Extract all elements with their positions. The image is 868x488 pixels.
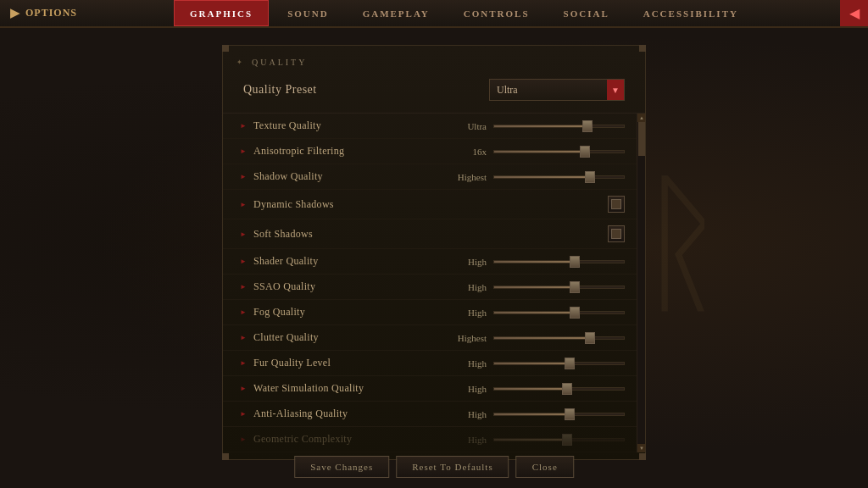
slider-track [493, 286, 625, 289]
back-button[interactable]: ◀ [840, 0, 868, 26]
select-arrow-icon: ▼ [607, 80, 624, 100]
slider-thumb[interactable] [565, 358, 575, 369]
nav-tabs: GRAPHICS SOUND GAMEPLAY CONTROLS SOCIAL … [87, 0, 840, 26]
slider-fill [494, 261, 575, 263]
chevron-icon: ► [240, 359, 247, 367]
tab-controls[interactable]: CONTROLS [448, 0, 545, 26]
settings-panel: ✦ QUALITY Quality Preset Ultra ▼ ► Textu… [222, 45, 646, 460]
slider-thumb[interactable] [585, 171, 595, 183]
slider-track [493, 311, 625, 314]
close-button[interactable]: Close [516, 456, 574, 478]
slider-fill [494, 312, 575, 313]
setting-row-clutter-quality: ► Clutter Quality Highest [223, 325, 645, 351]
setting-value: High [444, 257, 487, 267]
setting-name: Clutter Quality [253, 331, 437, 344]
slider-shader-quality[interactable] [493, 258, 625, 265]
scrollbar-up-arrow[interactable]: ▲ [637, 114, 645, 122]
setting-name: Water Simulation Quality [253, 382, 437, 395]
back-icon: ◀ [849, 5, 860, 21]
slider-thumb[interactable] [570, 307, 580, 319]
slider-track [493, 336, 625, 340]
slider-texture-quality[interactable] [493, 123, 625, 130]
chevron-icon: ► [240, 230, 247, 238]
settings-scroll: ► Texture Quality Ultra ► Anisotropic Fi… [223, 114, 645, 452]
setting-row-shadow-quality: ► Shadow Quality Highest [223, 164, 645, 190]
chevron-icon: ► [240, 173, 247, 180]
tab-gameplay[interactable]: GAMEPLAY [348, 0, 445, 26]
setting-row-geometric: ► Geometric Complexity High [223, 427, 645, 452]
corner-tl [222, 45, 229, 52]
setting-row-soft-shadows: ► Soft Shadows [223, 219, 645, 249]
slider-thumb[interactable] [582, 120, 593, 132]
slider-track [493, 175, 625, 179]
corner-tr [639, 45, 646, 52]
setting-row-antialiasing: ► Anti-Aliasing Quality High [223, 402, 645, 427]
setting-row-fur-quality: ► Fur Quality Level High [223, 351, 645, 376]
save-button[interactable]: Save Changes [294, 456, 389, 478]
reset-button[interactable]: Reset to Defaults [396, 456, 509, 478]
tab-accessibility[interactable]: ACCESSIBILITY [628, 0, 754, 26]
setting-value: High [444, 308, 487, 318]
setting-name: Fog Quality [253, 306, 437, 319]
slider-fur-quality[interactable] [493, 360, 625, 367]
setting-value: Highest [444, 172, 487, 182]
scrollbar-thumb[interactable] [638, 122, 645, 156]
chevron-icon: ► [240, 410, 247, 418]
slider-track [493, 362, 625, 365]
setting-row-texture-quality: ► Texture Quality Ultra [223, 114, 645, 139]
setting-name: Anisotropic Filtering [253, 145, 437, 158]
chevron-icon: ► [240, 201, 247, 208]
tab-social[interactable]: SOCIAL [548, 0, 625, 26]
checkbox-check [611, 199, 621, 209]
slider-thumb[interactable] [562, 434, 572, 446]
slider-thumb[interactable] [570, 256, 580, 268]
slider-shadow-quality[interactable] [493, 174, 625, 180]
slider-thumb[interactable] [565, 408, 575, 420]
slider-fog-quality[interactable] [493, 309, 625, 316]
setting-value: 16x [444, 147, 487, 157]
chevron-icon: ► [240, 283, 247, 291]
slider-antialiasing[interactable] [493, 411, 625, 418]
slider-geometric[interactable] [493, 436, 625, 443]
slider-fill [494, 125, 587, 127]
checkbox-dynamic-shadows[interactable] [608, 196, 625, 213]
slider-track [493, 413, 625, 416]
slider-thumb[interactable] [570, 281, 580, 293]
scrollbar[interactable]: ▲ ▼ [637, 114, 645, 452]
setting-name: SSAO Quality [253, 280, 437, 293]
slider-fill [494, 151, 585, 152]
setting-name: Anti-Aliasing Quality [253, 408, 437, 420]
setting-name: Shader Quality [253, 255, 437, 268]
setting-value: High [444, 435, 487, 445]
setting-name: Dynamic Shadows [253, 198, 437, 211]
slider-clutter-quality[interactable] [493, 335, 625, 341]
tab-graphics[interactable]: GRAPHICS [174, 0, 269, 26]
setting-row-anisotropic: ► Anisotropic Filtering 16x [223, 139, 645, 164]
slider-thumb[interactable] [585, 332, 595, 344]
chevron-icon: ► [240, 385, 247, 392]
setting-name: Fur Quality Level [253, 357, 437, 369]
main-content: ✦ QUALITY Quality Preset Ultra ▼ ► Textu… [0, 28, 868, 477]
slider-fill [494, 363, 570, 364]
slider-fill [494, 439, 567, 441]
corner-br [639, 453, 646, 460]
options-label: OPTIONS [25, 7, 77, 19]
scrollbar-down-arrow[interactable]: ▼ [637, 444, 645, 452]
setting-value: Highest [444, 333, 487, 343]
slider-fill [494, 388, 567, 390]
setting-value: High [444, 358, 487, 369]
slider-anisotropic[interactable] [493, 148, 625, 155]
chevron-icon: ► [240, 308, 247, 316]
slider-fill [494, 413, 570, 415]
slider-water-sim[interactable] [493, 385, 625, 392]
slider-thumb[interactable] [580, 146, 590, 158]
slider-ssao-quality[interactable] [493, 284, 625, 291]
slider-track [493, 387, 625, 391]
slider-thumb[interactable] [562, 383, 572, 395]
chevron-icon: ► [240, 122, 247, 130]
checkbox-soft-shadows[interactable] [608, 225, 625, 242]
quality-preset-select[interactable]: Ultra ▼ [489, 79, 625, 101]
chevron-icon: ► [240, 435, 247, 443]
tab-sound[interactable]: SOUND [272, 0, 344, 26]
corner-bl [222, 453, 229, 460]
